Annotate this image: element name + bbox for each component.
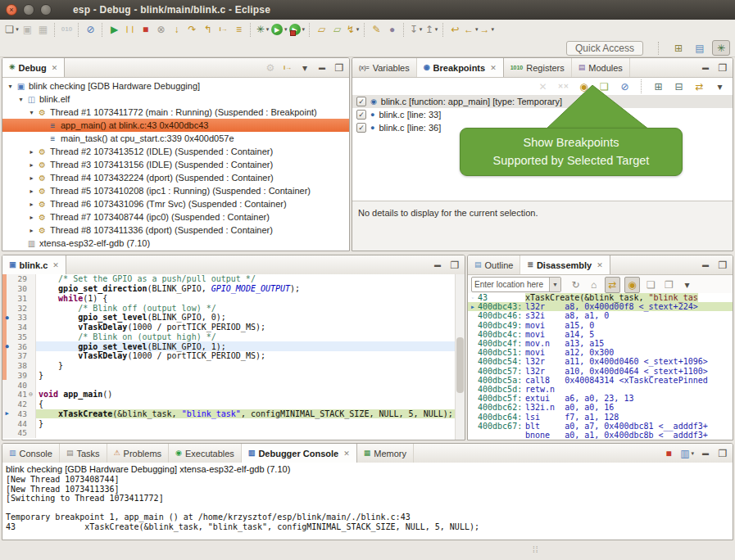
editor-gutter[interactable]: 39 <box>2 371 36 381</box>
maximize-icon[interactable]: ❐ <box>333 61 345 75</box>
editor-gutter[interactable]: 45 <box>2 428 36 438</box>
tree-expander-icon[interactable]: ▸ <box>27 148 36 156</box>
close-icon[interactable]: ✕ <box>52 261 59 269</box>
mark-occurrences-icon[interactable]: ✎ <box>370 22 383 37</box>
terminate-icon[interactable]: ■ <box>138 22 152 37</box>
disassembly-row[interactable]: ▶400dbc43:l32r a8, 0x400d00f8 <_stext+22… <box>468 302 733 311</box>
dis-tab-disassembly[interactable]: ≣Disassembly✕ <box>520 255 610 274</box>
code-line[interactable]: 37 vTaskDelay(1000 / portTICK_PERIOD_MS)… <box>2 351 465 361</box>
breakpoint-checkbox[interactable]: ✓ <box>356 97 366 106</box>
code-line[interactable]: 30 gpio_set_direction(BLINK_GPIO, GPIO_M… <box>2 284 465 294</box>
step-return-icon[interactable]: ↰ <box>201 22 215 37</box>
minimize-icon[interactable]: ▬ <box>432 258 443 273</box>
debug-tree-row[interactable]: ▸⚙Thread #8 1073411336 (dport) (Suspende… <box>2 224 349 237</box>
disassembly-row[interactable]: 400dbc57:l32r a10, 0x400d0464 <_stext+11… <box>468 367 733 376</box>
open-folder-icon[interactable]: ▱ <box>315 22 329 37</box>
track-expression-icon[interactable]: ◉ <box>624 277 640 293</box>
new-view-icon[interactable]: ❏ <box>644 278 658 292</box>
home-icon[interactable]: ⌂ <box>587 278 601 292</box>
debugger-console-output[interactable]: blink checking [GDB Hardware Debugging] … <box>2 463 733 540</box>
dropdown-arrow-icon[interactable]: ▾ <box>302 26 306 33</box>
quick-access-button[interactable]: Quick Access <box>566 41 643 56</box>
dropdown-arrow-icon[interactable]: ▾ <box>492 26 495 33</box>
instruction-stepping-mode-icon[interactable]: i→ <box>282 61 293 75</box>
disassembly-listing[interactable]: ◦43xTaskCreate(&blink_task, "blink_tas▶4… <box>468 293 733 440</box>
editor-gutter[interactable]: 32 <box>2 303 36 313</box>
disassembly-row[interactable]: 400dbc54:l32r a11, 0x400d0460 <_stext+10… <box>468 357 733 366</box>
disassembly-row[interactable]: 400dbc51:movi a12, 0x300 <box>468 348 733 357</box>
disassembly-row[interactable]: 400dbc5d:retw.n <box>468 385 733 394</box>
instruction-stepping-icon[interactable]: i→ <box>216 22 230 37</box>
dis-tab-outline[interactable]: ▤Outline <box>468 255 520 274</box>
close-icon[interactable]: ✕ <box>343 449 350 458</box>
use-step-filters-icon[interactable]: ≡ <box>232 22 246 37</box>
step-into-icon[interactable]: ↓ <box>170 22 184 37</box>
tree-expander-icon[interactable]: ▾ <box>16 96 25 103</box>
view-menu-icon[interactable]: ▾ <box>713 79 727 94</box>
minimize-icon[interactable]: ▬ <box>700 258 711 273</box>
back-icon[interactable]: ←▾ <box>464 22 479 37</box>
tab-debug[interactable]: ✳ Debug ✕ <box>2 58 65 77</box>
disassembly-row[interactable]: 400dbc5f:extui a6, a0, 23, 13 <box>468 394 733 403</box>
next-annotation-icon[interactable]: ↧▾ <box>409 22 423 37</box>
disassembly-row[interactable]: 400dbc62:l32i.n a0, a0, 16 <box>468 403 733 412</box>
window-maximize-button[interactable] <box>40 4 52 16</box>
tree-expander-icon[interactable]: ▸ <box>27 201 36 208</box>
debug-tree-row[interactable]: ▸⚙Thread #6 1073431096 (Tmr Svc) (Suspen… <box>2 197 349 210</box>
bp-tab-registers[interactable]: 1010Registers <box>504 58 572 77</box>
previous-annotation-icon[interactable]: ↥▾ <box>424 22 438 37</box>
console-tab-tasks[interactable]: ▤Tasks <box>60 444 107 463</box>
bp-tab-variables[interactable]: (x)=Variables <box>352 58 417 77</box>
breakpoint-checkbox[interactable]: ✓ <box>356 123 366 133</box>
tree-expander-icon[interactable]: ▸ <box>27 187 36 195</box>
build-binary-icon[interactable]: 010 <box>60 22 74 37</box>
tree-expander-icon[interactable]: ▾ <box>6 83 15 90</box>
sash-grip[interactable]: ⁞⁞ <box>533 545 539 554</box>
tree-expander-icon[interactable]: ▸ <box>27 161 36 169</box>
code-editor[interactable]: 29 /* Set the GPIO as a push/pull output… <box>2 274 465 440</box>
debug-tree-row[interactable]: ≡app_main() at blink.c:43 0x400dbc43 <box>2 119 349 132</box>
dropdown-arrow-icon[interactable]: ▾ <box>356 26 360 33</box>
location-input[interactable]: Enter location here ▼ <box>471 277 561 292</box>
code-line[interactable]: 31 while(1) { <box>2 294 465 304</box>
save-all-icon[interactable]: ▦ <box>36 22 50 37</box>
dropdown-arrow-icon[interactable]: ▾ <box>16 26 19 33</box>
dropdown-arrow-icon[interactable]: ▾ <box>284 26 288 33</box>
disassembly-row[interactable]: 400dbc5a:call8 0x40084314 <xTaskCreatePi… <box>468 376 733 385</box>
last-edit-location-icon[interactable]: ↩ <box>448 22 462 37</box>
maximize-icon[interactable]: ❐ <box>717 446 728 461</box>
editor-gutter[interactable]: ●33 <box>2 313 36 323</box>
external-tools-icon[interactable]: ▶▾ <box>289 22 306 37</box>
maximize-icon[interactable]: ❐ <box>717 258 728 273</box>
code-line[interactable]: 44} <box>2 418 465 428</box>
code-line[interactable]: 39} <box>2 371 465 381</box>
code-line[interactable]: 45 <box>2 428 465 438</box>
close-icon[interactable]: ✕ <box>52 64 58 72</box>
code-line[interactable]: 29 /* Set the GPIO as a push/pull output… <box>2 274 465 284</box>
step-over-icon[interactable]: ↷ <box>185 22 199 37</box>
editor-gutter[interactable]: 29 <box>2 274 36 284</box>
debug-tree-row[interactable]: ▸⚙Thread #4 1073432224 (dport) (Suspende… <box>2 171 349 184</box>
suspend-icon[interactable]: ❘❘ <box>123 22 137 37</box>
disconnect-icon[interactable]: ⊗ <box>154 22 168 37</box>
tree-expander-icon[interactable]: ▸ <box>27 174 36 182</box>
debug-tree-row[interactable]: ▸⚙Thread #2 1073413512 (IDLE) (Suspended… <box>2 145 349 158</box>
editor-gutter[interactable]: 31 <box>2 294 36 304</box>
refresh-view-icon[interactable]: ↻ <box>569 278 583 292</box>
editor-gutter[interactable]: 40 <box>2 380 36 390</box>
debug-tree-row[interactable]: ▸⚙Thread #3 1073413156 (IDLE) (Suspended… <box>2 158 349 171</box>
code-line[interactable]: ▶43 xTaskCreate(&blink_task, "blink_task… <box>2 409 465 419</box>
disassembly-row[interactable]: 400dbc4f:mov.n a13, a15 <box>468 339 733 348</box>
code-line[interactable]: 38 } <box>2 361 465 371</box>
code-line[interactable]: 42{ <box>2 400 465 409</box>
view-menu-icon[interactable]: ▾ <box>299 61 311 75</box>
editor-gutter[interactable]: 42 <box>2 400 36 409</box>
chevron-down-icon[interactable]: ▼ <box>549 278 560 291</box>
close-icon[interactable]: ✕ <box>490 64 497 72</box>
debug-icon[interactable]: ✳▾ <box>256 22 270 37</box>
console-tab-console[interactable]: ▥Console <box>2 444 60 463</box>
editor-gutter[interactable]: 34 <box>2 323 36 332</box>
cpp-perspective-icon[interactable]: ▤ <box>691 40 709 56</box>
link-with-debug-view-icon[interactable]: ⇄ <box>692 79 706 94</box>
code-line[interactable]: ●33 gpio_set_level(BLINK_GPIO, 0); <box>2 313 465 323</box>
